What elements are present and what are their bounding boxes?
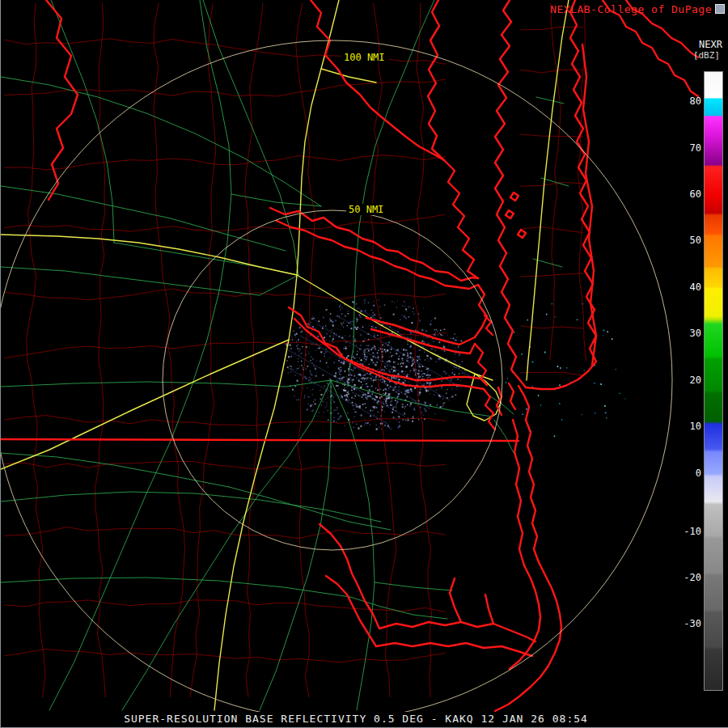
coast-boundaries-layer [1, 0, 698, 711]
radar-viewer: 50 NMI100 NMI NEXLAB-College of DuPage N… [0, 0, 728, 728]
colorbar-tick-10: 10 [674, 421, 701, 432]
colorbar-tick--20: -20 [674, 572, 701, 583]
colorbar-title: NEXR [674, 39, 722, 50]
colorbar-gradient [704, 71, 723, 691]
colorbar-tick-20: 20 [674, 375, 701, 386]
colorbar-tick-30: 30 [674, 328, 701, 339]
colorbar-tick--30: -30 [674, 618, 701, 629]
product-caption: SUPER-RESOLUTION BASE REFLECTIVITY 0.5 D… [1, 713, 711, 725]
colorbar-tick-80: 80 [674, 95, 701, 107]
colorbar-tick-40: 40 [674, 281, 701, 293]
colorbar-tick-0: 0 [674, 468, 701, 479]
colorbar-tick-70: 70 [674, 142, 701, 154]
colorbar-units: [dBZ] [671, 50, 720, 61]
colorbar-tick--10: -10 [674, 526, 701, 537]
range-ring-label: 50 NMI [349, 204, 383, 215]
radar-map: 50 NMI100 NMI [1, 0, 728, 712]
corner-icon [715, 4, 725, 14]
colorbar-tick-50: 50 [674, 235, 701, 246]
colorbar-tick-60: 60 [674, 188, 701, 200]
echo-layer [282, 298, 626, 437]
range-ring-label: 100 NMI [344, 52, 385, 63]
credit-text: NEXLAB-College of DuPage [550, 3, 712, 15]
